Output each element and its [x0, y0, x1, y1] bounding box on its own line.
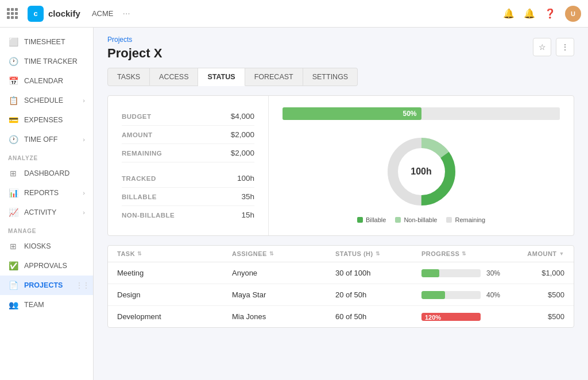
budget-progress-fill: 50% — [283, 107, 421, 120]
status-design: 20 of 50h — [335, 290, 421, 299]
col-status[interactable]: STATUS (h) ⇅ — [335, 250, 421, 257]
status-sort-icon: ⇅ — [376, 251, 381, 257]
sidebar-label-calendar: CALENDAR — [24, 77, 85, 85]
legend-remaining: Remaining — [446, 216, 485, 223]
amount-sort-icon: ▼ — [559, 251, 564, 257]
page-header-left: Projects Project X — [107, 36, 162, 61]
time-off-icon: 🕐 — [8, 135, 18, 144]
progress-bar-development: 120% — [421, 313, 481, 321]
sidebar-label-timesheet: TIMESHEET — [24, 38, 85, 46]
tab-tasks[interactable]: TASKS — [107, 68, 150, 86]
sidebar-item-dashboard[interactable]: ⊞ DASHBOARD — [0, 164, 93, 183]
breadcrumb[interactable]: Projects — [107, 36, 162, 44]
progress-bar-meeting — [421, 269, 481, 277]
layout: ⬜ TIMESHEET 🕐 TIME TRACKER 📅 CALENDAR 📋 … — [0, 28, 588, 380]
amount-development: $500 — [507, 312, 564, 321]
sidebar-item-time-tracker[interactable]: 🕐 TIME TRACKER — [0, 52, 93, 71]
amount-value: $2,000 — [231, 130, 254, 139]
budget-progress-track: 50% — [283, 107, 560, 120]
assignee-development: Mia Jones — [232, 312, 335, 321]
status-meeting: 30 of 100h — [335, 269, 421, 277]
approvals-icon: ✅ — [8, 261, 18, 270]
sidebar-label-kiosks: KIOSKS — [24, 242, 85, 250]
progress-pct-meeting: 30% — [486, 269, 507, 277]
status-development: 60 of 50h — [335, 312, 421, 321]
billable-row: BILLABLE 35h — [122, 188, 254, 206]
progress-pct-design: 40% — [486, 291, 507, 299]
activity-arrow: › — [83, 209, 85, 216]
sidebar-label-approvals: APPROVALS — [24, 262, 85, 270]
company-menu-dots[interactable]: ··· — [122, 9, 130, 19]
progress-fill-development: 120% — [421, 313, 481, 321]
activity-icon: 📈 — [8, 208, 18, 217]
tab-forecast[interactable]: FORECAST — [245, 68, 303, 86]
calendar-icon: 📅 — [8, 76, 18, 86]
notification-upgrade-icon[interactable]: 🔔 — [503, 8, 514, 19]
amount-label: AMOUNT — [122, 131, 152, 138]
progress-bar-design — [421, 291, 481, 299]
logo: c clockify — [28, 6, 80, 22]
progress-sort-icon: ⇅ — [462, 251, 467, 257]
tracked-value: 100h — [237, 174, 254, 183]
logo-text: clockify — [48, 9, 80, 18]
remaining-row: REMAINING $2,000 — [122, 144, 254, 162]
sidebar-item-time-off[interactable]: 🕐 TIME OFF › — [0, 130, 93, 149]
sidebar-item-team[interactable]: 👥 TEAM — [0, 295, 93, 315]
sidebar-item-projects[interactable]: 📄 PROJECTS ⋮⋮ — [0, 276, 93, 295]
sidebar-item-activity[interactable]: 📈 ACTIVITY › — [0, 203, 93, 222]
budget-progress-label: 50% — [403, 110, 416, 118]
col-assignee[interactable]: ASSIGNEE ⇅ — [232, 250, 335, 257]
sidebar-item-reports[interactable]: 📊 REPORTS › — [0, 183, 93, 203]
col-progress[interactable]: PROGRESS ⇅ — [421, 250, 507, 257]
billable-value: 35h — [241, 192, 254, 201]
assignee-design: Maya Star — [232, 290, 335, 299]
donut-legend: Billable Non-billable Remaining — [357, 216, 485, 223]
sidebar-item-schedule[interactable]: 📋 SCHEDULE › — [0, 91, 93, 110]
sidebar-label-time-off: TIME OFF — [24, 135, 77, 144]
col-amount[interactable]: AMOUNT ▼ — [507, 250, 564, 257]
schedule-icon: 📋 — [8, 96, 18, 105]
tracked-row: TRACKED 100h — [122, 169, 254, 188]
donut-chart: 100h — [381, 131, 462, 212]
sidebar-label-activity: ACTIVITY — [24, 208, 77, 216]
legend-billable-dot — [357, 217, 363, 223]
amount-design: $500 — [507, 290, 564, 299]
company-name: ACME — [92, 9, 114, 18]
tab-access[interactable]: ACCESS — [150, 68, 198, 86]
favorite-button[interactable]: ☆ — [533, 38, 551, 56]
bell-icon[interactable]: 🔔 — [524, 8, 535, 19]
status-top: BUDGET $4,000 AMOUNT $2,000 REMAINING $2… — [108, 96, 574, 235]
projects-drag-handle[interactable]: ⋮⋮ — [76, 281, 90, 289]
legend-nonbillable-dot — [395, 217, 401, 223]
budget-progress-container: 50% — [283, 107, 560, 120]
task-name-meeting: Meeting — [117, 269, 232, 277]
progress-fill-meeting — [421, 269, 439, 277]
topbar-right: 🔔 🔔 ❓ U — [503, 6, 581, 22]
sidebar-item-timesheet[interactable]: ⬜ TIMESHEET — [0, 32, 93, 52]
grid-menu-icon[interactable] — [7, 8, 21, 20]
budget-row: BUDGET $4,000 — [122, 107, 254, 126]
donut-chart-container: 100h Billable Non-billable — [283, 131, 560, 223]
tab-settings[interactable]: SETTINGS — [303, 68, 358, 86]
sidebar-label-expenses: EXPENSES — [24, 116, 85, 124]
legend-nonbillable-label: Non-billable — [404, 216, 437, 223]
sidebar-item-approvals[interactable]: ✅ APPROVALS — [0, 256, 93, 276]
tab-status[interactable]: STATUS — [198, 68, 245, 86]
sidebar-label-time-tracker: TIME TRACKER — [24, 57, 85, 65]
page-title: Project X — [107, 46, 162, 61]
help-icon[interactable]: ❓ — [544, 8, 556, 19]
legend-billable-label: Billable — [366, 216, 386, 223]
col-task[interactable]: TASK ⇅ — [117, 250, 232, 257]
analyze-section-label: ANALYZE — [0, 149, 93, 164]
content-area: BUDGET $4,000 AMOUNT $2,000 REMAINING $2… — [94, 86, 588, 380]
time-tracker-icon: 🕐 — [8, 57, 18, 66]
page-header-actions: ☆ ⋮ — [533, 38, 574, 56]
billable-label: BILLABLE — [122, 193, 157, 200]
sidebar-item-expenses[interactable]: 💳 EXPENSES — [0, 110, 93, 130]
sidebar-item-calendar[interactable]: 📅 CALENDAR — [0, 71, 93, 91]
more-options-button[interactable]: ⋮ — [556, 38, 574, 56]
avatar[interactable]: U — [565, 6, 581, 22]
sidebar-item-kiosks[interactable]: ⊞ KIOSKS — [0, 236, 93, 256]
status-left: BUDGET $4,000 AMOUNT $2,000 REMAINING $2… — [108, 96, 269, 235]
table-row: Development Mia Jones 60 of 50h 120% — [108, 306, 574, 327]
